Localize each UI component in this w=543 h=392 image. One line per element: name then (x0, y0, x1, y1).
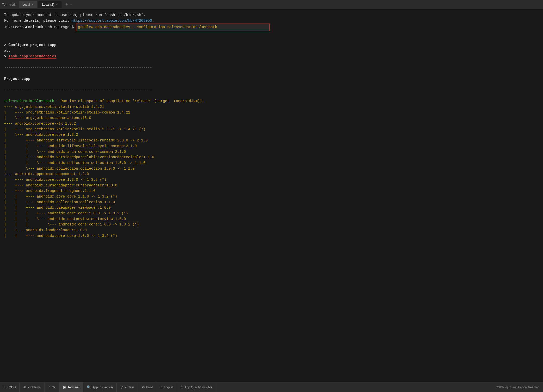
status-right-text: CSDN @ChinaDragonDreamer (491, 386, 543, 389)
tab-local-2-close[interactable]: ✕ (56, 3, 58, 6)
status-profiler[interactable]: ⌬ Profiler (117, 382, 138, 392)
todo-icon: ≡ (4, 385, 6, 389)
terminal-icon: ▣ (63, 385, 66, 389)
terminal-output: To update your account to use zsh, pleas… (4, 12, 539, 239)
dep-14: | +--- androidx.core:core:1.3.0 -> 1.3.2… (4, 178, 106, 182)
status-app-inspection-label: App Inspection (92, 386, 113, 389)
divider-1: ----------------------------------------… (4, 65, 152, 70)
status-problems[interactable]: ⊘ Problems (20, 382, 45, 392)
status-todo-label: TODO (7, 386, 16, 389)
dep-19: | | +--- androidx.viewpager:viewpager:1.… (4, 206, 111, 210)
tab-local-1-label: Local (23, 3, 30, 6)
configure-project-line: > Configure project :app (4, 43, 56, 47)
dep-5: | +--- org.jetbrains.kotlin:kotlin-stdli… (4, 127, 145, 131)
status-terminal-label: Terminal (68, 386, 79, 389)
dep-2: | +--- org.jetbrains.kotlin:kotlin-stdli… (4, 110, 130, 115)
status-logcat-label: Logcat (164, 386, 173, 389)
dep-11: | | \--- androidx.collection:collection:… (4, 161, 145, 165)
status-logcat[interactable]: ≡ Logcat (157, 382, 177, 392)
cmd-input-box[interactable]: gradlew app:dependencies --configuration… (76, 24, 270, 31)
dep-15: | +--- androidx.cursoradapter:cursoradap… (4, 183, 117, 187)
dep-12: | \--- androidx.collection:collection:1.… (4, 167, 135, 171)
status-profiler-label: Profiler (124, 386, 134, 389)
dep-20: | | | +--- androidx.core:core:1.0.0 -> 1… (4, 211, 128, 215)
project-line: Project :app (4, 77, 30, 81)
profiler-icon: ⌬ (120, 385, 123, 389)
tab-local-2[interactable]: Local (2) ✕ (38, 1, 62, 8)
tab-local-2-label: Local (2) (42, 3, 54, 6)
problems-icon: ⊘ (23, 385, 26, 389)
status-build-label: Build (146, 386, 153, 389)
dep-13: +--- androidx.appcompat:appcompat:1.2.0 (4, 172, 89, 176)
init-line-2: For more details, please visit https://s… (4, 19, 154, 23)
classpath-header: releaseRuntimeClasspath - Runtime classp… (4, 99, 204, 103)
terminal-body: To update your account to use zsh, pleas… (0, 9, 543, 382)
tab-bar: Terminal: Local ✕ Local (2) ✕ + ▾ (0, 0, 543, 9)
abc-line: abc (4, 49, 11, 53)
dep-7: | +--- androidx.lifecycle:lifecycle-runt… (4, 138, 148, 142)
status-git[interactable]: ᚠ Git (45, 382, 60, 392)
dep-4: +--- androidx.core:core-ktx:1.3.2 (4, 122, 76, 126)
status-git-label: Git (52, 386, 56, 389)
dep-23: | +--- androidx.loader:loader:1.0.0 (4, 228, 87, 232)
dep-18: | | +--- androidx.collection:collection:… (4, 200, 115, 204)
dep-24: | | +--- androidx.core:core:1.0.0 -> 1.3… (4, 234, 117, 238)
status-app-quality-label: App Quality Insights (185, 386, 212, 389)
logcat-icon: ≡ (161, 385, 163, 389)
init-line-1: To update your account to use zsh, pleas… (4, 13, 145, 17)
dep-6: | \--- androidx.core:core:1.3.2 (4, 133, 78, 137)
status-problems-label: Problems (27, 386, 41, 389)
status-build[interactable]: ⚙ Build (138, 382, 157, 392)
dep-22: | | | \--- androidx.core:core:1.0.0 -> 1… (4, 222, 139, 227)
dep-8: | | +--- androidx.lifecycle:lifecycle-co… (4, 144, 137, 148)
dep-21: | | | \--- androidx.customview:customvie… (4, 217, 126, 221)
app-quality-icon: ◇ (181, 385, 183, 389)
classpath-desc: - Runtime classpath of compilation 'rele… (54, 99, 204, 103)
classpath-name: releaseRuntimeClasspath (4, 99, 54, 103)
task-line: > Task :app:dependencies (4, 54, 56, 59)
tab-add-button[interactable]: + (64, 2, 70, 7)
cmd-prompt: 192:LearnGradle06kt chinadragon$ (4, 25, 76, 30)
git-icon: ᚠ (48, 385, 50, 389)
status-todo[interactable]: ≡ TODO (0, 382, 20, 392)
status-bar: ≡ TODO ⊘ Problems ᚠ Git ▣ Terminal 🔍 App… (0, 382, 543, 392)
status-terminal[interactable]: ▣ Terminal (60, 382, 83, 392)
support-link[interactable]: https://support.apple.com/kb/HT208050 (71, 19, 152, 23)
dep-1: +--- org.jetbrains.kotlin:kotlin-stdlib:… (4, 105, 104, 109)
divider-2: ----------------------------------------… (4, 88, 152, 92)
status-app-quality[interactable]: ◇ App Quality Insights (177, 382, 216, 392)
build-icon: ⚙ (142, 385, 145, 389)
dep-3: | \--- org.jetbrains:annotations:13.0 (4, 116, 91, 120)
dep-10: | +--- androidx.versionedparcelable:vers… (4, 155, 154, 159)
tab-bar-label: Terminal: (2, 3, 16, 6)
tab-local-1-close[interactable]: ✕ (31, 3, 34, 6)
command-line: 192:LearnGradle06kt chinadragon$ gradlew… (4, 24, 539, 31)
tab-local-1[interactable]: Local ✕ (19, 1, 38, 8)
task-underline: Task :app:dependencies (9, 54, 56, 59)
app-inspection-icon: 🔍 (87, 385, 91, 389)
dep-17: | | +--- androidx.core:core:1.1.0 -> 1.3… (4, 194, 117, 199)
tab-dropdown-button[interactable]: ▾ (70, 3, 72, 6)
dep-16: | +--- androidx.fragment:fragment:1.1.0 (4, 189, 96, 193)
status-app-inspection[interactable]: 🔍 App Inspection (83, 382, 116, 392)
dep-9: | | \--- androidx.arch.core:core-common:… (4, 150, 126, 154)
